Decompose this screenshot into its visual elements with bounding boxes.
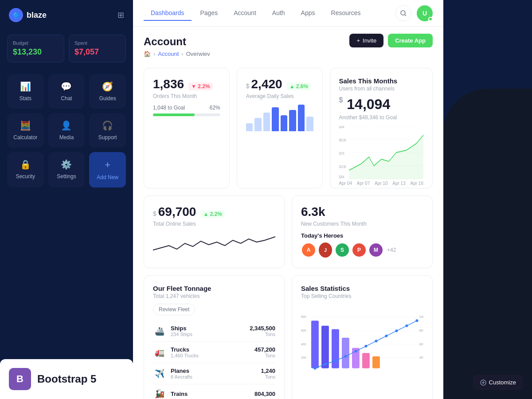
create-app-button[interactable]: Create App — [388, 34, 433, 47]
svg-point-32 — [354, 350, 357, 352]
sidebar-item-chat[interactable]: 💬 Chat — [48, 74, 85, 109]
review-fleet-button[interactable]: Review Fleet — [153, 304, 195, 315]
svg-text:$24K: $24K — [339, 126, 344, 129]
progress-bar-bg — [153, 113, 220, 116]
sidebar-menu-icon[interactable]: ⊞ — [117, 10, 124, 20]
progress-section: 1,048 to Goal 62% — [153, 105, 220, 116]
security-icon: 🔒 — [20, 159, 31, 170]
sidebar-item-calculator[interactable]: 🧮 Calculator — [7, 113, 44, 148]
svg-point-31 — [344, 355, 347, 358]
sidebar-item-label: Settings — [57, 173, 76, 180]
logo-icon: 🔷 — [9, 8, 23, 22]
sales-stats-chart: 800 600 400 200 — [301, 305, 423, 384]
bottom-row: Our Fleet Tonnage Total 1,247 vehicles R… — [144, 275, 433, 399]
hero-avatar-1: A — [301, 243, 316, 258]
hero-avatar-4: P — [352, 243, 367, 258]
ships-icon: 🚢 — [153, 326, 166, 336]
wave-chart — [153, 232, 275, 259]
new-customers-number: 6.3k — [301, 205, 325, 219]
breadcrumb-home: 🏠 — [144, 51, 151, 57]
sidebar-item-label: Support — [98, 134, 117, 141]
budget-label: Budget — [13, 40, 59, 46]
svg-point-38 — [415, 319, 418, 322]
spent-label: Spent — [74, 40, 120, 46]
svg-line-1 — [405, 15, 406, 16]
daily-sales-card: $ 2,420 ▲ 2.6% Average Daily Sales — [237, 68, 323, 188]
fleet-row: 🚛 Trucks 1,460 Trucks 457,200 Tons — [153, 342, 275, 363]
budget-cards: Budget $13,230 Spent $7,057 — [0, 30, 133, 70]
sidebar: 🔷 blaze ⊞ Budget $13,230 Spent $7,057 📊 … — [0, 0, 133, 399]
sidebar-item-label: Stats — [20, 95, 31, 102]
sidebar-item-label: Security — [16, 173, 35, 180]
invite-button[interactable]: + Invite — [349, 34, 383, 47]
sidebar-item-add-new[interactable]: + Add New — [89, 152, 126, 188]
progress-pct: 62% — [210, 105, 220, 111]
tab-apps[interactable]: Apps — [294, 6, 322, 21]
invite-label: Invite — [363, 37, 376, 44]
dashboard-grid: 1,836 ▼ 2.2% Orders This Month 1,048 to … — [133, 61, 443, 399]
daily-sales-label: Average Daily Sales — [246, 93, 313, 99]
heroes-title: Today's Heroes — [301, 232, 423, 239]
bootstrap-label: Bootstrap 5 — [37, 373, 96, 385]
online-sales-number: 69,700 — [158, 205, 196, 219]
svg-point-37 — [405, 325, 408, 327]
heroes-section: Today's Heroes A J S P M +42 — [301, 232, 423, 258]
sidebar-item-label: Add New — [97, 174, 118, 180]
guides-icon: 🧭 — [102, 81, 113, 92]
svg-point-34 — [375, 340, 377, 342]
support-icon: 🎧 — [102, 120, 113, 131]
svg-text:80%: 80% — [419, 329, 423, 332]
search-icon — [400, 10, 407, 17]
sidebar-item-stats[interactable]: 📊 Stats — [7, 74, 44, 109]
bar-6 — [289, 110, 296, 131]
sidebar-item-support[interactable]: 🎧 Support — [89, 113, 126, 148]
customize-button[interactable]: Customize — [473, 375, 523, 390]
sidebar-item-security[interactable]: 🔒 Security — [7, 152, 44, 188]
bar-1 — [246, 123, 253, 131]
sales-line-chart: $24K $20.5K $17K $13.5K $10K Apr 04 Apr … — [339, 126, 424, 179]
page-actions: + Invite Create App — [349, 34, 433, 47]
sidebar-bottom: B Bootstrap 5 — [0, 359, 133, 399]
user-avatar[interactable]: U — [417, 5, 433, 21]
customize-icon — [480, 379, 486, 386]
sales-stats-title: Sales Statistics — [301, 285, 423, 292]
new-customers-label: New Customers This Month — [301, 221, 423, 227]
dark-shape — [443, 89, 532, 399]
online-sales-badge: ▲ 2.2% — [200, 210, 225, 218]
bar-8 — [306, 117, 313, 131]
hero-count: +42 — [387, 247, 396, 253]
settings-icon: ⚙️ — [61, 159, 72, 170]
sidebar-item-label: Guides — [99, 95, 116, 102]
hero-avatar-5: M — [368, 243, 383, 258]
stats-row-2: $ 69,700 ▲ 2.2% Total Online Sales 6.3k … — [144, 196, 433, 268]
svg-text:$17K: $17K — [339, 151, 344, 156]
main-content: Dashboards Pages Account Auth Apps Resou… — [133, 0, 443, 399]
svg-text:40%: 40% — [419, 356, 423, 359]
orders-number: 1,836 — [153, 77, 184, 91]
bar-5 — [281, 115, 287, 131]
progress-bar-fill — [153, 113, 195, 116]
right-panel — [443, 0, 532, 399]
svg-text:$20.5K: $20.5K — [339, 137, 346, 142]
nav-grid: 📊 Stats 💬 Chat 🧭 Guides 🧮 Calculator 👤 M… — [0, 70, 133, 192]
tab-auth[interactable]: Auth — [265, 6, 292, 21]
tab-resources[interactable]: Resources — [324, 6, 368, 21]
svg-rect-27 — [372, 356, 380, 368]
stats-icon: 📊 — [20, 81, 31, 92]
search-button[interactable] — [395, 5, 411, 21]
stats-row-1: 1,836 ▼ 2.2% Orders This Month 1,048 to … — [144, 68, 433, 188]
sales-month-card: Sales This Months Users from all channel… — [330, 68, 433, 188]
nav-actions: U — [395, 5, 433, 21]
breadcrumb-account[interactable]: Account — [158, 51, 179, 57]
fleet-row: 🚢 Ships 234 Ships 2,345,500 Tons — [153, 321, 275, 342]
svg-point-30 — [334, 360, 336, 362]
sales-stats-subtitle: Top Selling Countries — [301, 293, 423, 299]
svg-point-28 — [313, 367, 316, 370]
sidebar-item-media[interactable]: 👤 Media — [48, 113, 85, 148]
tab-pages[interactable]: Pages — [193, 6, 225, 21]
sidebar-item-guides[interactable]: 🧭 Guides — [89, 74, 126, 109]
tab-account[interactable]: Account — [227, 6, 263, 21]
tab-dashboards[interactable]: Dashboards — [144, 6, 192, 21]
sidebar-item-settings[interactable]: ⚙️ Settings — [48, 152, 85, 188]
fleet-card: Our Fleet Tonnage Total 1,247 vehicles R… — [144, 275, 285, 399]
